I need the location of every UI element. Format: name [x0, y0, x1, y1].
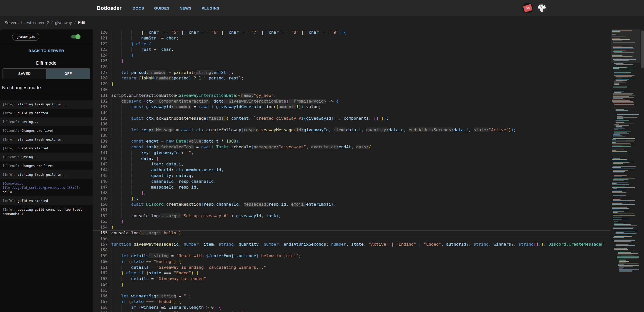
code-line-141: 141 key: giveawayId + "", — [93, 150, 611, 156]
line-number: 166 — [93, 293, 111, 299]
minimap-line — [613, 227, 632, 227]
minimap-line — [612, 150, 624, 150]
code-line-156: 156 — [93, 236, 611, 242]
minimap-line — [614, 131, 631, 131]
minimap-line — [613, 237, 624, 238]
test-key-icon: Test — [523, 4, 533, 12]
nav-link-guides[interactable]: GUIDES — [154, 6, 170, 10]
line-number: 143 — [93, 161, 111, 167]
minimap-line — [613, 51, 622, 52]
log-entry: [Info]: updating guild commands, top lev… — [0, 205, 93, 218]
minimap-line — [613, 103, 628, 103]
code-line-140: 140 const task: ScheduledTask = await Ta… — [93, 144, 611, 150]
code-editor[interactable]: 120 || char === "5" || char === "6" || c… — [93, 29, 644, 312]
minimap-line — [614, 92, 624, 92]
minimap-line — [614, 133, 629, 134]
minimap-line — [613, 171, 625, 172]
minimap-line — [616, 120, 629, 121]
code-line-149: 149 }); — [93, 196, 611, 202]
line-number: 128 — [93, 75, 111, 81]
breadcrumb-separator: / — [21, 21, 22, 25]
minimap-line — [612, 39, 630, 40]
minimap-line — [614, 108, 635, 108]
minimap-line — [614, 179, 635, 179]
code-line-161: 161 details = "Giveaway is ending, calcu… — [93, 265, 611, 271]
brand-logo[interactable]: Botloader — [97, 5, 122, 11]
minimap-line — [614, 74, 624, 74]
line-number: 153 — [93, 219, 111, 225]
navbar-container: Botloader DOCSGUIDESNEWSPLUGINS Test — [97, 0, 547, 16]
minimap-line — [616, 235, 631, 235]
diff-off-button[interactable]: OFF — [46, 68, 90, 79]
minimap-line — [618, 264, 624, 265]
code-line-136: 136 — [93, 121, 611, 127]
minimap-line — [613, 165, 626, 165]
minimap-line — [612, 38, 620, 39]
minimap-line — [612, 154, 633, 154]
minimap-line — [613, 91, 629, 91]
line-number: 148 — [93, 190, 111, 196]
line-number: 127 — [93, 70, 111, 76]
minimap-line — [617, 257, 639, 258]
code-line-158: 158 — [93, 247, 611, 253]
minimap-line — [614, 176, 622, 176]
minimap-line — [616, 64, 633, 65]
minimap-line — [612, 55, 621, 55]
code-line-162: 162 } else if (state === "Ended") { — [93, 270, 611, 276]
minimap-line — [613, 191, 622, 191]
minimap-line — [614, 225, 637, 226]
log-entry: [Client]: Saving... — [0, 153, 93, 161]
minimap-line — [613, 188, 617, 189]
minimap-line — [619, 269, 623, 269]
minimap-line — [613, 215, 635, 216]
test-server-avatar[interactable]: Test — [522, 3, 533, 13]
minimap-line — [617, 254, 632, 255]
line-number: 149 — [93, 196, 111, 202]
minimap-line — [617, 255, 634, 255]
breadcrumb-link[interactable]: Servers — [5, 21, 18, 25]
line-number: 147 — [93, 185, 111, 190]
nav-link-docs[interactable]: DOCS — [133, 6, 144, 10]
minimap-line — [616, 127, 623, 127]
minimap[interactable] — [611, 29, 640, 312]
minimap-line — [613, 136, 617, 136]
line-number: 169 — [93, 310, 111, 312]
code-line-134: 134 — [93, 110, 611, 116]
diff-saved-button[interactable]: SAVED — [3, 68, 46, 79]
minimap-line — [612, 59, 621, 59]
minimap-line — [613, 67, 627, 68]
minimap-line — [619, 271, 632, 272]
minimap-line — [613, 93, 633, 94]
breadcrumb: Servers/test_server_2/giveaway/Edit — [0, 16, 644, 29]
minimap-line — [612, 56, 632, 57]
line-number: 151 — [93, 207, 111, 213]
minimap-line — [613, 158, 616, 158]
minimap-line — [616, 79, 629, 80]
script-file-chip[interactable]: giveaway.ts — [12, 33, 39, 41]
script-enabled-toggle[interactable] — [70, 34, 80, 40]
minimap-line — [612, 57, 625, 58]
user-avatar[interactable] — [537, 3, 547, 13]
breadcrumb-link[interactable]: giveaway — [55, 21, 72, 25]
minimap-line — [618, 253, 638, 254]
minimap-line — [613, 98, 623, 99]
minimap-line — [613, 180, 624, 181]
minimap-line — [613, 40, 622, 40]
minimap-line — [614, 84, 619, 85]
nav-link-plugins[interactable]: PLUGINS — [202, 6, 219, 10]
nav-link-news[interactable]: NEWS — [180, 6, 191, 10]
minimap-line — [613, 228, 633, 229]
breadcrumb-link[interactable]: test_server_2 — [25, 21, 49, 25]
back-to-server-button[interactable]: BACK TO SERVER — [0, 44, 93, 57]
code-line-146: 146 channelId: resp.channelId, — [93, 179, 611, 185]
code-line-152: 152 console.log(...args:"Set up giveaway… — [93, 213, 611, 219]
code-line-150: 150 await Discord.createReaction(resp.ch… — [93, 202, 611, 207]
minimap-line — [617, 117, 637, 118]
minimap-line — [613, 145, 631, 145]
minimap-line — [613, 199, 621, 199]
line-number: 164 — [93, 282, 111, 288]
vertical-scrollbar-thumb[interactable] — [641, 30, 644, 68]
line-number: 130 — [93, 87, 111, 93]
minimap-line — [616, 124, 622, 124]
breadcrumb-current: Edit — [78, 21, 85, 25]
